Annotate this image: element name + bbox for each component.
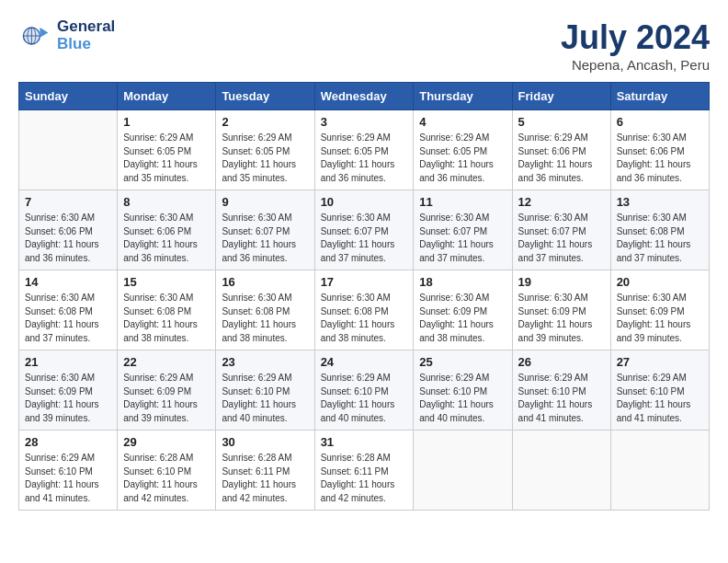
day-info: Sunrise: 6:30 AMSunset: 6:06 PMDaylight:…: [617, 132, 703, 185]
day-number: 21: [25, 355, 111, 369]
calendar-day: 17Sunrise: 6:30 AMSunset: 6:08 PMDayligh…: [314, 270, 414, 350]
calendar-day: 6Sunrise: 6:30 AMSunset: 6:06 PMDaylight…: [610, 110, 709, 190]
day-number: 13: [617, 195, 703, 209]
day-number: 29: [123, 435, 210, 449]
day-number: 24: [321, 355, 408, 369]
day-number: 16: [222, 275, 308, 289]
calendar-day: 24Sunrise: 6:29 AMSunset: 6:10 PMDayligh…: [314, 350, 414, 431]
day-info: Sunrise: 6:29 AMSunset: 6:10 PMDaylight:…: [222, 372, 308, 425]
calendar-header-saturday: Saturday: [610, 83, 709, 110]
calendar-day: 2Sunrise: 6:29 AMSunset: 6:05 PMDaylight…: [216, 110, 314, 190]
day-number: 17: [321, 275, 408, 289]
day-number: 10: [321, 195, 408, 209]
calendar-day: 20Sunrise: 6:30 AMSunset: 6:09 PMDayligh…: [610, 270, 709, 350]
calendar-day: 11Sunrise: 6:30 AMSunset: 6:07 PMDayligh…: [414, 190, 512, 270]
day-info: Sunrise: 6:28 AMSunset: 6:10 PMDaylight:…: [123, 452, 210, 505]
day-info: Sunrise: 6:29 AMSunset: 6:05 PMDaylight:…: [123, 132, 210, 185]
calendar-header-sunday: Sunday: [19, 83, 118, 110]
logo-icon: [18, 19, 51, 52]
page-header: General Blue July 2024 Nepena, Ancash, P…: [18, 18, 710, 73]
calendar-day: 19Sunrise: 6:30 AMSunset: 6:09 PMDayligh…: [512, 270, 610, 350]
calendar-day: 31Sunrise: 6:28 AMSunset: 6:11 PMDayligh…: [314, 431, 414, 511]
day-number: 22: [123, 355, 210, 369]
day-info: Sunrise: 6:30 AMSunset: 6:09 PMDaylight:…: [617, 292, 703, 345]
calendar-day: 13Sunrise: 6:30 AMSunset: 6:08 PMDayligh…: [610, 190, 709, 270]
day-number: 18: [419, 275, 506, 289]
day-number: 20: [617, 275, 703, 289]
day-info: Sunrise: 6:28 AMSunset: 6:11 PMDaylight:…: [321, 452, 408, 505]
day-info: Sunrise: 6:30 AMSunset: 6:08 PMDaylight:…: [123, 292, 210, 345]
calendar-header-friday: Friday: [512, 83, 610, 110]
day-number: 23: [222, 355, 308, 369]
calendar-week-1: 1Sunrise: 6:29 AMSunset: 6:05 PMDaylight…: [19, 110, 710, 190]
calendar-week-2: 7Sunrise: 6:30 AMSunset: 6:06 PMDaylight…: [19, 190, 710, 270]
calendar-week-5: 28Sunrise: 6:29 AMSunset: 6:10 PMDayligh…: [19, 431, 710, 511]
calendar-day: 16Sunrise: 6:30 AMSunset: 6:08 PMDayligh…: [216, 270, 314, 350]
day-info: Sunrise: 6:30 AMSunset: 6:09 PMDaylight:…: [25, 372, 111, 425]
logo-text: General Blue: [57, 18, 115, 52]
calendar-day: 27Sunrise: 6:29 AMSunset: 6:10 PMDayligh…: [610, 350, 709, 431]
day-number: 15: [123, 275, 210, 289]
day-info: Sunrise: 6:29 AMSunset: 6:10 PMDaylight:…: [321, 372, 408, 425]
calendar-day: 9Sunrise: 6:30 AMSunset: 6:07 PMDaylight…: [216, 190, 314, 270]
day-info: Sunrise: 6:30 AMSunset: 6:07 PMDaylight:…: [222, 212, 308, 265]
day-info: Sunrise: 6:29 AMSunset: 6:05 PMDaylight:…: [419, 132, 506, 185]
calendar-day: 26Sunrise: 6:29 AMSunset: 6:10 PMDayligh…: [512, 350, 610, 431]
calendar-day: 7Sunrise: 6:30 AMSunset: 6:06 PMDaylight…: [19, 190, 118, 270]
day-number: 9: [222, 195, 308, 209]
calendar-day: 1Sunrise: 6:29 AMSunset: 6:05 PMDaylight…: [118, 110, 216, 190]
day-info: Sunrise: 6:29 AMSunset: 6:05 PMDaylight:…: [321, 132, 408, 185]
day-number: 7: [25, 195, 111, 209]
calendar-day: 23Sunrise: 6:29 AMSunset: 6:10 PMDayligh…: [216, 350, 314, 431]
calendar-day: 25Sunrise: 6:29 AMSunset: 6:10 PMDayligh…: [414, 350, 512, 431]
day-info: Sunrise: 6:30 AMSunset: 6:09 PMDaylight:…: [518, 292, 605, 345]
calendar-day: 18Sunrise: 6:30 AMSunset: 6:09 PMDayligh…: [414, 270, 512, 350]
day-number: 2: [222, 115, 308, 129]
day-number: 3: [321, 115, 408, 129]
calendar-header-row: SundayMondayTuesdayWednesdayThursdayFrid…: [19, 83, 710, 110]
day-info: Sunrise: 6:29 AMSunset: 6:09 PMDaylight:…: [123, 372, 210, 425]
day-number: 26: [518, 355, 605, 369]
calendar-day: [512, 431, 610, 511]
day-number: 19: [518, 275, 605, 289]
calendar-header-monday: Monday: [118, 83, 216, 110]
calendar-day: 21Sunrise: 6:30 AMSunset: 6:09 PMDayligh…: [19, 350, 118, 431]
day-number: 6: [617, 115, 703, 129]
calendar-day: [610, 431, 709, 511]
day-info: Sunrise: 6:30 AMSunset: 6:07 PMDaylight:…: [321, 212, 408, 265]
calendar-day: 3Sunrise: 6:29 AMSunset: 6:05 PMDaylight…: [314, 110, 414, 190]
calendar-day: 14Sunrise: 6:30 AMSunset: 6:08 PMDayligh…: [19, 270, 118, 350]
calendar-header-thursday: Thursday: [414, 83, 512, 110]
calendar-day: 22Sunrise: 6:29 AMSunset: 6:09 PMDayligh…: [118, 350, 216, 431]
day-info: Sunrise: 6:30 AMSunset: 6:09 PMDaylight:…: [419, 292, 506, 345]
day-info: Sunrise: 6:30 AMSunset: 6:08 PMDaylight:…: [617, 212, 703, 265]
calendar-header-wednesday: Wednesday: [314, 83, 414, 110]
day-info: Sunrise: 6:29 AMSunset: 6:05 PMDaylight:…: [222, 132, 308, 185]
day-number: 14: [25, 275, 111, 289]
title-area: July 2024 Nepena, Ancash, Peru: [561, 18, 710, 73]
calendar-day: 15Sunrise: 6:30 AMSunset: 6:08 PMDayligh…: [118, 270, 216, 350]
day-info: Sunrise: 6:29 AMSunset: 6:10 PMDaylight:…: [419, 372, 506, 425]
calendar-header-tuesday: Tuesday: [216, 83, 314, 110]
calendar-day: [19, 110, 118, 190]
logo: General Blue: [18, 18, 115, 52]
day-number: 28: [25, 435, 111, 449]
day-info: Sunrise: 6:30 AMSunset: 6:08 PMDaylight:…: [321, 292, 408, 345]
day-info: Sunrise: 6:29 AMSunset: 6:06 PMDaylight:…: [518, 132, 605, 185]
calendar-week-4: 21Sunrise: 6:30 AMSunset: 6:09 PMDayligh…: [19, 350, 710, 431]
location: Nepena, Ancash, Peru: [561, 57, 710, 73]
calendar-day: 5Sunrise: 6:29 AMSunset: 6:06 PMDaylight…: [512, 110, 610, 190]
calendar-day: 29Sunrise: 6:28 AMSunset: 6:10 PMDayligh…: [118, 431, 216, 511]
day-info: Sunrise: 6:30 AMSunset: 6:08 PMDaylight:…: [222, 292, 308, 345]
calendar-day: 28Sunrise: 6:29 AMSunset: 6:10 PMDayligh…: [19, 431, 118, 511]
month-title: July 2024: [561, 18, 710, 57]
day-info: Sunrise: 6:29 AMSunset: 6:10 PMDaylight:…: [617, 372, 703, 425]
calendar-table: SundayMondayTuesdayWednesdayThursdayFrid…: [18, 82, 710, 511]
day-info: Sunrise: 6:30 AMSunset: 6:07 PMDaylight:…: [419, 212, 506, 265]
day-info: Sunrise: 6:30 AMSunset: 6:06 PMDaylight:…: [25, 212, 111, 265]
day-number: 25: [419, 355, 506, 369]
calendar-day: 4Sunrise: 6:29 AMSunset: 6:05 PMDaylight…: [414, 110, 512, 190]
day-number: 4: [419, 115, 506, 129]
day-number: 8: [123, 195, 210, 209]
calendar-day: 12Sunrise: 6:30 AMSunset: 6:07 PMDayligh…: [512, 190, 610, 270]
